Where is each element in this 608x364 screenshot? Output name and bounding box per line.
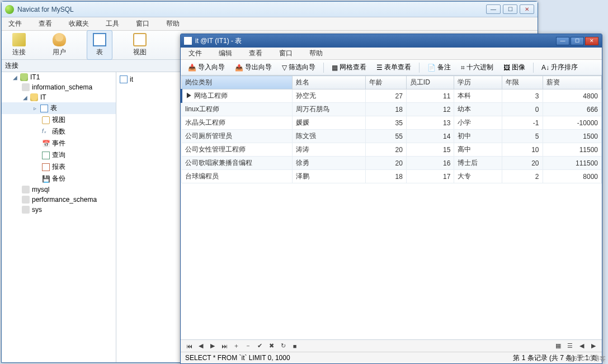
inner-menu-file[interactable]: 文件 xyxy=(186,48,204,59)
cell-edu[interactable]: 博士后 xyxy=(454,157,502,170)
cell-age[interactable]: 20 xyxy=(366,143,406,157)
collapse-icon[interactable]: ◢ xyxy=(12,74,18,81)
main-titlebar[interactable]: Navicat for MySQL — ☐ ✕ xyxy=(2,2,538,17)
inner-minimize-button[interactable]: — xyxy=(556,37,569,45)
cell-job[interactable]: 公司歌唱家兼播音编程 xyxy=(182,157,293,170)
nav-next-page-button[interactable]: ▶ xyxy=(588,342,598,351)
inner-maximize-button[interactable]: ☐ xyxy=(571,37,584,45)
inner-menu-view[interactable]: 查看 xyxy=(247,48,265,59)
menu-file[interactable]: 文件 xyxy=(6,18,24,30)
table-row[interactable]: 水晶头工程师媛媛3513小学-1-10000 xyxy=(182,116,602,130)
col-name[interactable]: 姓名 xyxy=(292,76,366,89)
filter-wizard-button[interactable]: ▽筛选向导 xyxy=(278,61,319,74)
cell-name[interactable]: 徐勇 xyxy=(292,157,366,170)
cell-job[interactable]: 水晶头工程师 xyxy=(182,116,293,130)
cell-name[interactable]: 涛涛 xyxy=(292,143,366,157)
cell-edu[interactable]: 初中 xyxy=(454,130,502,143)
cell-job[interactable]: 台球编程员 xyxy=(182,170,293,183)
menu-view[interactable]: 查看 xyxy=(36,18,54,30)
inner-close-button[interactable]: ✕ xyxy=(585,37,598,45)
cell-name[interactable]: 陈文强 xyxy=(292,130,366,143)
cell-job[interactable]: ▶ 网络工程师 xyxy=(182,89,293,103)
cell-age[interactable]: 55 xyxy=(366,130,406,143)
cell-age[interactable]: 35 xyxy=(366,116,406,130)
nav-page-button[interactable]: ☰ xyxy=(565,342,575,351)
toolbar-table[interactable]: 表 xyxy=(87,30,112,60)
inner-menu-window[interactable]: 窗口 xyxy=(277,48,295,59)
cell-salary[interactable]: 11500 xyxy=(543,143,601,157)
cell-name[interactable]: 媛媛 xyxy=(292,116,366,130)
toolbar-connect[interactable]: 连接 xyxy=(6,30,32,60)
data-grid[interactable]: 岗位类别 姓名 年龄 员工ID 学历 年限 薪资 ▶ 网络工程师孙空无2711本… xyxy=(181,75,602,340)
tree-conn-it1[interactable]: ◢ IT1 xyxy=(2,72,116,82)
expand-icon[interactable]: ▹ xyxy=(32,105,38,111)
table-row[interactable]: 公司歌唱家兼播音编程徐勇2016博士后20111500 xyxy=(182,157,602,170)
tree-events[interactable]: 📅 事件 xyxy=(2,138,116,149)
col-age[interactable]: 年龄 xyxy=(366,76,406,89)
nav-apply-button[interactable]: ✔ xyxy=(254,342,265,351)
menu-favorites[interactable]: 收藏夹 xyxy=(67,18,91,30)
cell-edu[interactable]: 高中 xyxy=(454,143,502,157)
menu-help[interactable]: 帮助 xyxy=(164,18,182,30)
tree-schema-it[interactable]: ◢ IT xyxy=(2,92,116,102)
cell-years[interactable]: 3 xyxy=(502,89,543,103)
table-row[interactable]: linux工程师周万石朋鸟1812幼本0666 xyxy=(182,103,602,116)
cell-years[interactable]: 10 xyxy=(502,143,543,157)
inner-titlebar[interactable]: it @IT (IT1) - 表 — ☐ ✕ xyxy=(181,34,602,48)
collapse-icon[interactable]: ◢ xyxy=(22,94,28,101)
nav-first-button[interactable]: ⏮ xyxy=(184,342,194,351)
inner-menu-edit[interactable]: 编辑 xyxy=(216,48,234,59)
cell-age[interactable]: 20 xyxy=(366,157,406,170)
tree-queries[interactable]: 查询 xyxy=(2,149,116,161)
nav-stop-button[interactable]: ■ xyxy=(290,342,300,351)
cell-job[interactable]: linux工程师 xyxy=(182,103,293,116)
cell-empid[interactable]: 16 xyxy=(406,157,454,170)
nav-more-button[interactable]: ▦ xyxy=(553,342,563,351)
minimize-button[interactable]: — xyxy=(486,4,501,14)
nav-add-button[interactable]: ＋ xyxy=(231,342,241,351)
close-button[interactable]: ✕ xyxy=(520,4,534,14)
nav-prev-page-button[interactable]: ◀ xyxy=(577,342,587,351)
cell-job[interactable]: 公司厕所管理员 xyxy=(182,130,293,143)
cell-empid[interactable]: 11 xyxy=(406,89,454,103)
col-empid[interactable]: 员工ID xyxy=(406,76,454,89)
cell-years[interactable]: 2 xyxy=(502,170,543,183)
cell-age[interactable]: 18 xyxy=(366,170,406,183)
tree-views[interactable]: 视图 xyxy=(2,114,116,126)
nav-refresh-button[interactable]: ↻ xyxy=(278,342,288,351)
tree-functions[interactable]: fₓ 函数 xyxy=(2,126,116,138)
cell-job[interactable]: 公司女性管理工程师 xyxy=(182,143,293,157)
nav-delete-button[interactable]: － xyxy=(243,342,253,351)
cell-salary[interactable]: 4800 xyxy=(543,89,601,103)
hex-button[interactable]: ⌗十六进制 xyxy=(457,61,497,74)
col-edu[interactable]: 学历 xyxy=(454,76,502,89)
col-salary[interactable]: 薪资 xyxy=(543,76,601,89)
inner-menu-help[interactable]: 帮助 xyxy=(307,48,325,59)
image-button[interactable]: 🖼图像 xyxy=(499,61,529,74)
connection-tree[interactable]: ◢ IT1 information_schema ◢ IT ▹ 表 视图 xyxy=(2,72,116,362)
nav-next-button[interactable]: ▶ xyxy=(208,342,218,351)
table-row[interactable]: 台球编程员泽鹏1817大专28000 xyxy=(182,170,602,183)
cell-name[interactable]: 泽鹏 xyxy=(292,170,366,183)
cell-salary[interactable]: 111500 xyxy=(543,157,601,170)
cell-salary[interactable]: 666 xyxy=(543,103,601,116)
col-years[interactable]: 年限 xyxy=(502,76,543,89)
menu-window[interactable]: 窗口 xyxy=(134,18,152,30)
table-row[interactable]: 公司女性管理工程师涛涛2015高中1011500 xyxy=(182,143,602,157)
sort-asc-button[interactable]: A↓升序排序 xyxy=(538,61,582,74)
cell-salary[interactable]: 8000 xyxy=(543,170,601,183)
tree-backup[interactable]: 💾 备份 xyxy=(2,173,116,185)
export-wizard-button[interactable]: 📤导出向导 xyxy=(231,61,276,74)
cell-salary[interactable]: -10000 xyxy=(543,116,601,130)
maximize-button[interactable]: ☐ xyxy=(503,4,517,14)
menu-tools[interactable]: 工具 xyxy=(103,18,121,30)
cell-years[interactable]: 5 xyxy=(502,130,543,143)
cell-age[interactable]: 27 xyxy=(366,89,406,103)
form-view-button[interactable]: ☰表单查看 xyxy=(373,61,415,74)
cell-age[interactable]: 18 xyxy=(366,103,406,116)
tree-schema-information[interactable]: information_schema xyxy=(2,82,116,92)
tree-schema-perf[interactable]: performance_schema xyxy=(2,195,116,205)
cell-empid[interactable]: 13 xyxy=(406,116,454,130)
toolbar-view[interactable]: 视图 xyxy=(127,30,153,60)
nav-last-button[interactable]: ⏭ xyxy=(219,342,229,351)
